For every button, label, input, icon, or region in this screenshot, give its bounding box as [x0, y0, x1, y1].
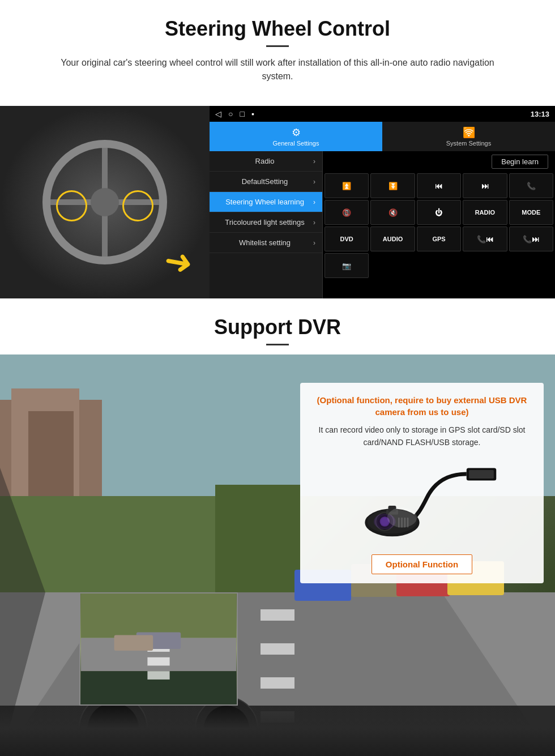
svg-rect-28 — [147, 671, 169, 680]
control-button-grid: ⏫ ⏬ ⏮ ⏭ 📞 📵 — [323, 172, 555, 280]
status-bar: ◁ ○ □ ▪ 13:13 — [210, 106, 555, 122]
gps-label: GPS — [432, 236, 445, 242]
svg-rect-30 — [114, 635, 153, 651]
mode-button[interactable]: MODE — [509, 200, 553, 225]
gps-button[interactable]: GPS — [417, 227, 461, 251]
dashboard-strip — [0, 706, 555, 756]
vol-up-button[interactable]: ⏫ — [325, 173, 369, 198]
android-panel: ◁ ○ □ ▪ 13:13 ⚙ General Settings 🛜 Syste… — [210, 106, 555, 298]
tab-system-settings[interactable]: 🛜 System Settings — [382, 122, 555, 151]
dvr-device-container — [311, 458, 532, 549]
status-bar-time: 13:13 — [531, 110, 549, 118]
menu-radio-label: Radio — [216, 157, 313, 165]
steering-description: Your original car's steering wheel contr… — [51, 56, 504, 83]
svg-rect-8 — [261, 609, 294, 621]
radio-button[interactable]: RADIO — [463, 200, 507, 225]
dvr-info-box: (Optional function, require to buy exter… — [300, 383, 544, 583]
audio-label: AUDIO — [383, 236, 403, 242]
phone-next-button[interactable]: 📞⏭ — [509, 227, 553, 251]
android-controls: Begin learn ⏫ ⏬ ⏮ ⏭ — [323, 151, 555, 298]
prev-track-button[interactable]: ⏮ — [417, 173, 461, 198]
system-settings-icon: 🛜 — [463, 126, 475, 139]
hang-up-icon: 📵 — [342, 208, 351, 217]
optional-function-container: Optional Function — [311, 549, 532, 574]
chevron-icon: › — [313, 239, 315, 247]
steering-photo: ➜ — [0, 106, 210, 298]
audio-button[interactable]: AUDIO — [370, 227, 415, 251]
svg-point-46 — [387, 507, 417, 527]
general-settings-icon: ⚙ — [292, 126, 301, 139]
yellow-arrow: ➜ — [161, 240, 195, 284]
power-icon: ⏻ — [435, 208, 442, 217]
phone-prev-icon: 📞⏮ — [477, 235, 493, 244]
next-track-button[interactable]: ⏭ — [463, 173, 507, 198]
svg-rect-27 — [147, 657, 169, 666]
controls-header: Begin learn — [323, 151, 555, 172]
mute-icon: 🔇 — [388, 208, 398, 217]
prev-track-icon: ⏮ — [435, 182, 442, 190]
menu-icon: ▪ — [251, 109, 254, 118]
menu-default-label: DefaultSetting — [216, 177, 313, 186]
mute-button[interactable]: 🔇 — [370, 200, 415, 225]
left-circle-highlight — [56, 190, 87, 221]
dvd-label: DVD — [340, 236, 353, 242]
steering-title: Steering Wheel Control — [23, 17, 532, 41]
mode-label: MODE — [522, 209, 540, 216]
tab-bar: ⚙ General Settings 🛜 System Settings — [210, 122, 555, 151]
extra-icon: 📷 — [342, 262, 351, 270]
vol-down-button[interactable]: ⏬ — [370, 173, 415, 198]
steering-section: Steering Wheel Control Your original car… — [0, 0, 555, 106]
svg-rect-32 — [469, 470, 494, 479]
chevron-icon: › — [313, 198, 315, 206]
chevron-icon: › — [313, 157, 315, 165]
android-main: Radio › DefaultSetting › Steering Wheel … — [210, 151, 555, 298]
svg-rect-9 — [261, 643, 294, 655]
title-divider — [266, 45, 289, 47]
dvr-camera-inset — [79, 592, 238, 706]
radio-label: RADIO — [475, 209, 495, 216]
steering-composite: ➜ ◁ ○ □ ▪ 13:13 ⚙ General Settings 🛜 Sys… — [0, 106, 555, 298]
phone-next-icon: 📞⏭ — [523, 235, 539, 244]
menu-item-default[interactable]: DefaultSetting › — [210, 172, 322, 192]
chevron-icon: › — [313, 219, 315, 227]
phone-prev-button[interactable]: 📞⏮ — [463, 227, 507, 251]
menu-steering-label: Steering Wheel learning — [216, 198, 313, 206]
svg-rect-10 — [261, 677, 294, 689]
svg-rect-23 — [81, 593, 236, 638]
dvr-optional-note: (Optional function, require to buy exter… — [311, 394, 532, 418]
svg-rect-5 — [215, 485, 300, 598]
dvr-background: (Optional function, require to buy exter… — [0, 354, 555, 756]
dvr-device-svg — [343, 458, 501, 537]
menu-item-tricoloured[interactable]: Tricoloured light settings › — [210, 212, 322, 233]
power-button[interactable]: ⏻ — [417, 200, 461, 225]
back-icon: ◁ — [215, 109, 221, 118]
menu-item-whitelist[interactable]: Whitelist setting › — [210, 233, 322, 253]
right-circle-highlight — [122, 190, 153, 221]
menu-whitelist-label: Whitelist setting — [216, 238, 313, 247]
next-track-icon: ⏭ — [481, 182, 489, 190]
status-bar-nav: ◁ ○ □ ▪ — [215, 109, 254, 118]
extra-button[interactable]: 📷 — [325, 253, 369, 278]
phone-icon: 📞 — [527, 182, 536, 190]
recent-icon: □ — [240, 109, 244, 118]
dvr-section: Support DVR — [0, 298, 555, 756]
android-menu: Radio › DefaultSetting › Steering Wheel … — [210, 151, 323, 298]
optional-function-button[interactable]: Optional Function — [372, 554, 472, 574]
dvr-title: Support DVR — [0, 315, 555, 339]
dvd-button[interactable]: DVD — [325, 227, 369, 251]
vol-up-icon: ⏫ — [342, 182, 351, 190]
menu-tricoloured-label: Tricoloured light settings — [216, 218, 313, 227]
tab-general-label: General Settings — [273, 140, 319, 147]
menu-item-steering[interactable]: Steering Wheel learning › — [210, 192, 322, 212]
tab-system-label: System Settings — [446, 140, 491, 147]
vol-down-icon: ⏬ — [388, 182, 398, 190]
home-icon: ○ — [228, 109, 233, 118]
begin-learn-button[interactable]: Begin learn — [492, 155, 548, 169]
dvr-description: It can record video only to storage in G… — [311, 424, 532, 449]
tab-general-settings[interactable]: ⚙ General Settings — [210, 122, 382, 151]
phone-answer-button[interactable]: 📞 — [509, 173, 553, 198]
menu-item-radio[interactable]: Radio › — [210, 151, 322, 172]
hang-up-button[interactable]: 📵 — [325, 200, 369, 225]
dvr-title-divider — [266, 344, 289, 345]
steering-wheel — [42, 140, 167, 264]
